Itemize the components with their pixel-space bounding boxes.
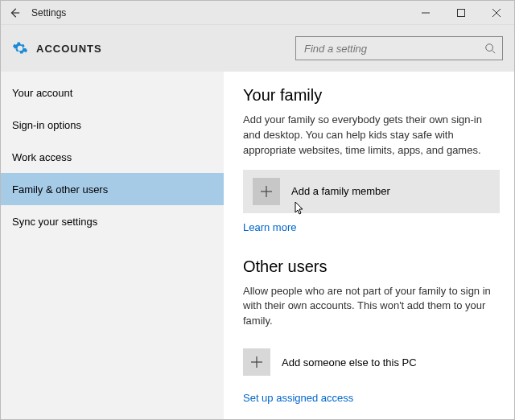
window-title: Settings (31, 7, 66, 19)
titlebar: Settings (1, 1, 514, 25)
plus-icon (253, 178, 280, 205)
sidebar-item-label: Family & other users (12, 183, 108, 196)
family-title: Your family (243, 86, 500, 105)
learn-more-link[interactable]: Learn more (243, 221, 296, 233)
add-other-user-button[interactable]: Add someone else to this PC (243, 340, 500, 384)
page-title: ACCOUNTS (36, 43, 102, 55)
maximize-icon (457, 9, 465, 17)
search-icon (484, 43, 496, 54)
maximize-button[interactable] (443, 1, 479, 24)
close-icon (492, 9, 501, 17)
add-family-member-label: Add a family member (291, 185, 390, 197)
plus-icon (243, 348, 270, 376)
sidebar-item-label: Work access (12, 151, 72, 163)
cursor-icon (295, 201, 306, 216)
svg-rect-1 (458, 9, 465, 16)
search-input[interactable] (304, 43, 484, 55)
other-users-description: Allow people who are not part of your fa… (243, 284, 500, 330)
family-description: Add your family so everybody gets their … (243, 113, 500, 159)
assigned-access-link[interactable]: Set up assigned access (243, 392, 353, 404)
header: ACCOUNTS (1, 25, 514, 72)
family-section: Your family Add your family so everybody… (243, 86, 500, 233)
sidebar-item-work-access[interactable]: Work access (1, 141, 224, 173)
other-users-title: Other users (243, 257, 500, 276)
content: Your family Add your family so everybody… (224, 72, 514, 419)
sidebar-item-label: Sign-in options (12, 119, 81, 131)
sidebar-item-your-account[interactable]: Your account (1, 76, 224, 109)
body: Your account Sign-in options Work access… (1, 72, 514, 419)
other-users-section: Other users Allow people who are not par… (243, 257, 500, 405)
gear-icon (12, 40, 28, 56)
add-family-member-text: Add a family member (291, 185, 390, 197)
search-box[interactable] (295, 36, 503, 60)
sidebar-item-label: Sync your settings (12, 216, 97, 228)
sidebar-item-sync-settings[interactable]: Sync your settings (1, 205, 224, 237)
minimize-icon (422, 9, 430, 17)
add-other-user-label: Add someone else to this PC (282, 356, 417, 369)
add-family-member-button[interactable]: Add a family member (243, 170, 500, 213)
sidebar: Your account Sign-in options Work access… (1, 72, 224, 419)
sidebar-item-family-other-users[interactable]: Family & other users (1, 173, 224, 205)
back-arrow-icon (9, 7, 20, 19)
back-button[interactable] (1, 1, 28, 24)
sidebar-item-sign-in-options[interactable]: Sign-in options (1, 109, 224, 141)
close-button[interactable] (479, 1, 514, 24)
sidebar-item-label: Your account (12, 87, 72, 99)
settings-window: Settings ACCOUNTS Your account (0, 0, 515, 420)
svg-point-4 (486, 44, 493, 51)
svg-line-5 (492, 51, 496, 54)
minimize-button[interactable] (408, 1, 443, 24)
